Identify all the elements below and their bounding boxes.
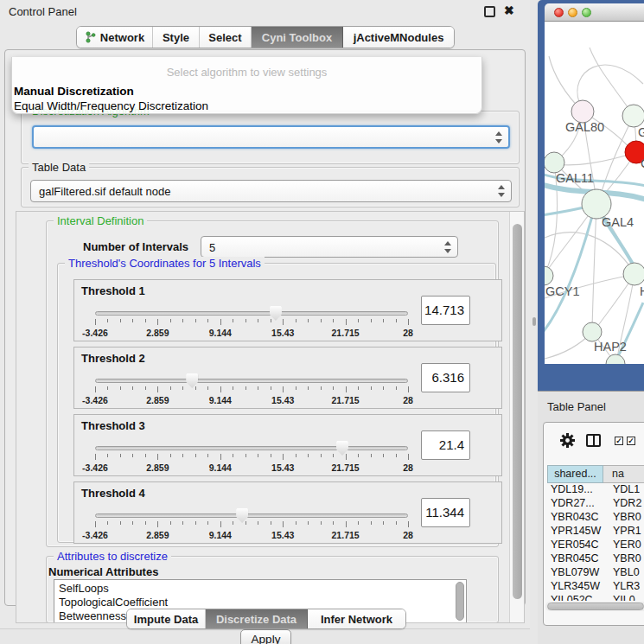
- slider-scale-label: 28: [403, 395, 413, 405]
- tab-network[interactable]: Network: [77, 27, 153, 48]
- popup-item-manual-discretization[interactable]: Manual Discretization: [14, 85, 134, 98]
- tab-style[interactable]: Style: [153, 27, 200, 48]
- slider-track[interactable]: [95, 311, 408, 316]
- table-row[interactable]: YDR27...YDR2: [547, 497, 644, 511]
- column-header-name[interactable]: na: [603, 465, 644, 483]
- network-node[interactable]: [606, 354, 625, 364]
- checkbox-icon[interactable]: ✓: [627, 437, 635, 445]
- split-columns-icon[interactable]: [586, 434, 601, 447]
- table-row[interactable]: YBR043CYBR0: [547, 511, 644, 525]
- table-row[interactable]: YLR345WYLR3: [547, 580, 644, 594]
- slider-thumb[interactable]: [336, 441, 348, 456]
- network-node-hap2[interactable]: [583, 322, 602, 341]
- table-hscrollbar-thumb[interactable]: [547, 603, 644, 610]
- slider-tick: [120, 454, 121, 457]
- list-scrollbar[interactable]: [456, 582, 464, 621]
- attribute-item[interactable]: SelfLoops: [54, 582, 466, 596]
- threshold-slider[interactable]: -3.4262.8599.14415.4321.71528: [95, 372, 408, 406]
- threshold-slider[interactable]: -3.4262.8599.14415.4321.71528: [95, 507, 408, 541]
- checkbox-icon[interactable]: ✓: [615, 437, 623, 445]
- float-window-icon[interactable]: [484, 6, 495, 17]
- slider-tick: [396, 521, 397, 525]
- apply-button[interactable]: Apply: [240, 629, 291, 644]
- network-node-gal4[interactable]: [582, 189, 611, 219]
- minimize-traffic-light-icon[interactable]: [568, 8, 577, 17]
- table-row[interactable]: YBR045CYBR0: [547, 552, 644, 566]
- slider-tick: [170, 386, 171, 390]
- threshold-slider[interactable]: -3.4262.8599.14415.4321.71528: [95, 439, 408, 474]
- table-hscrollbar-track[interactable]: [545, 602, 644, 611]
- slider-tick: [207, 521, 208, 525]
- network-node-gcy1[interactable]: [545, 266, 553, 285]
- tab-select[interactable]: Select: [200, 27, 252, 48]
- slider-tick: [271, 454, 271, 457]
- mode-tab-impute-data[interactable]: Impute Data: [127, 609, 206, 628]
- column-header-shared-name[interactable]: shared...: [547, 465, 603, 483]
- popup-item-equal-width-frequency[interactable]: Equal Width/Frequency Discretization: [14, 99, 208, 112]
- slider-track[interactable]: [95, 513, 408, 518]
- slider-tick: [383, 454, 384, 457]
- network-node[interactable]: [622, 105, 644, 127]
- table-row[interactable]: YDL19...YDL1: [547, 483, 644, 497]
- slider-tick: [283, 319, 284, 325]
- slider-tick: [107, 521, 108, 525]
- tab-cyni-toolbox[interactable]: Cyni Toolbox: [252, 27, 343, 48]
- gear-icon[interactable]: [559, 432, 576, 449]
- mode-tab-infer-network[interactable]: Infer Network: [308, 609, 405, 628]
- table-data-combobox[interactable]: galFiltered.sif default node: [30, 180, 512, 202]
- slider-tick: [396, 454, 397, 457]
- mode-tab-discretize-data[interactable]: Discretize Data: [206, 609, 308, 628]
- slider-tick: [383, 386, 384, 390]
- number-of-intervals-value: 5: [209, 240, 215, 253]
- settings-scrollbar-thumb[interactable]: [513, 224, 522, 599]
- settings-scrollbar-track[interactable]: [509, 212, 524, 622]
- table-row[interactable]: YBL079WYBL0: [547, 566, 644, 580]
- slider-tick: [107, 319, 108, 322]
- algorithm-combobox[interactable]: [32, 125, 510, 149]
- threshold-slider[interactable]: -3.4262.8599.14415.4321.71528: [95, 304, 408, 339]
- slider-scale-label: -3.426: [82, 530, 108, 540]
- slider-tick: [233, 386, 233, 390]
- node-table-panel: ✓ ✓ shared... na YDL19...YDL1YDR27...YDR…: [543, 422, 644, 626]
- slider-tick: [333, 319, 334, 322]
- zoom-traffic-light-icon[interactable]: [582, 8, 591, 17]
- tab-label: Style: [163, 31, 189, 44]
- table-row[interactable]: YER054CYER0: [547, 539, 644, 552]
- threshold-value-field[interactable]: 6.316: [421, 363, 470, 392]
- slider-track[interactable]: [95, 446, 408, 450]
- slider-tick: [258, 521, 258, 525]
- slider-thumb[interactable]: [236, 508, 248, 523]
- table-row[interactable]: YIL052CYIL0: [547, 594, 644, 601]
- attributes-group-title: Attributes to discretize: [54, 550, 171, 563]
- slider-tick: [308, 319, 309, 322]
- slider-thumb[interactable]: [270, 306, 282, 321]
- slider-tick: [220, 319, 221, 325]
- node-label-hap2: HAP2: [594, 340, 627, 354]
- tab-jactivemnodules[interactable]: jActiveMNodules: [343, 27, 454, 48]
- slider-scale-label: 9.144: [209, 395, 232, 405]
- slider-scale-label: -3.426: [82, 462, 108, 473]
- network-node-gal11[interactable]: [545, 152, 564, 173]
- slider-tick: [195, 319, 196, 322]
- threshold-value-field[interactable]: 11.344: [421, 498, 470, 527]
- close-icon[interactable]: ✖: [504, 3, 514, 17]
- panel-divider-handle-icon[interactable]: [532, 317, 536, 326]
- network-window-titlebar[interactable]: [545, 3, 644, 22]
- close-traffic-light-icon[interactable]: [554, 8, 564, 17]
- network-canvas[interactable]: GAL80GCGAL11GAL4GCY1HHAP2: [545, 22, 644, 364]
- slider-tick: [283, 386, 284, 392]
- table-row[interactable]: YPR145WYPR1: [547, 525, 644, 539]
- threshold-value-field[interactable]: 21.4: [421, 430, 470, 460]
- slider-track[interactable]: [95, 379, 408, 383]
- attribute-item[interactable]: TopologicalCoefficient: [54, 596, 466, 609]
- slider-tick: [308, 521, 309, 525]
- number-of-intervals-combobox[interactable]: 5: [201, 236, 458, 258]
- slider-scale-label: 15.43: [271, 462, 294, 473]
- threshold-value-field[interactable]: 14.713: [421, 296, 470, 325]
- slider-thumb[interactable]: [186, 373, 198, 388]
- slider-scale-label: 21.715: [332, 462, 360, 473]
- cell-name: YBR0: [603, 511, 644, 525]
- cell-shared-name: YBR045C: [547, 552, 603, 566]
- network-node[interactable]: [623, 263, 644, 285]
- node-label-gal4: GAL4: [602, 215, 634, 229]
